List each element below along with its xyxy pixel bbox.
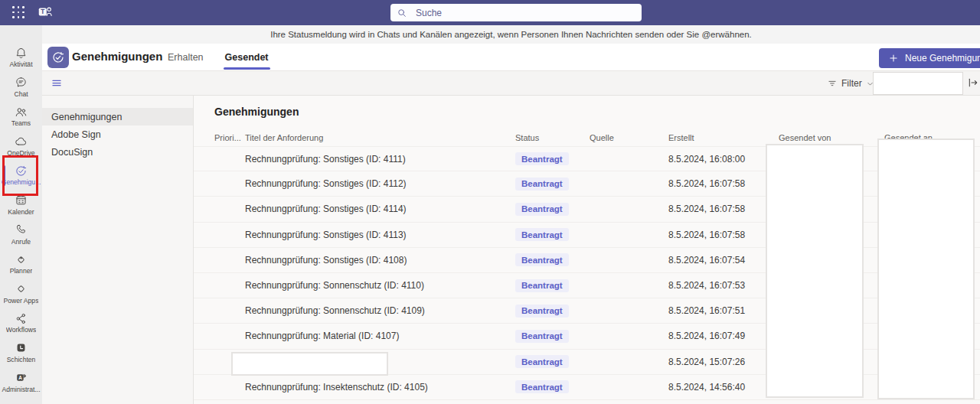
cell-title: Rechnungprüfung: Sonnenschutz (ID: 4110) bbox=[245, 280, 515, 291]
redaction-box-search-field bbox=[873, 72, 963, 95]
annotation-red-box bbox=[2, 155, 38, 196]
rail-item-schichten[interactable]: Schichten bbox=[0, 341, 42, 371]
rail-item-aktivität[interactable]: Aktivität bbox=[0, 46, 42, 76]
teams-logo-icon: T bbox=[37, 4, 54, 21]
cell-erstellt: 8.5.2024, 16:07:58 bbox=[668, 178, 779, 189]
column-header: Priori... bbox=[214, 133, 245, 142]
rail-item-label: Planner bbox=[10, 267, 33, 275]
sidenav-item-docusign[interactable]: DocuSign bbox=[42, 143, 193, 161]
column-header: Titel der Anforderung bbox=[245, 133, 515, 142]
rail-item-kalender[interactable]: Kalender bbox=[0, 194, 42, 223]
rail-item-planner[interactable]: Planner bbox=[0, 252, 42, 282]
search-icon bbox=[397, 8, 407, 18]
rail-item-administrat[interactable]: AAdministrat... bbox=[0, 371, 42, 401]
column-header: Gesendet von bbox=[779, 133, 884, 142]
table-section-title: Genehmigungen bbox=[214, 106, 299, 118]
cell-title: Rechnungprüfung: Insektenschutz (ID: 410… bbox=[245, 382, 515, 393]
open-details-pane-icon[interactable] bbox=[967, 77, 979, 89]
status-badge: Beantragt bbox=[515, 355, 569, 368]
power-apps-icon bbox=[15, 282, 28, 295]
filter-label: Filter bbox=[841, 78, 862, 89]
cell-title: Rechnungprüfung: Sonstiges (ID: 4113) bbox=[245, 230, 515, 240]
rail-item-label: Aktivität bbox=[9, 60, 32, 68]
filter-button[interactable]: Filter bbox=[827, 71, 874, 96]
status-badge: Beantragt bbox=[515, 203, 569, 216]
cell-title: Rechnungprüfung: Sonstiges (ID: 4114) bbox=[245, 204, 515, 214]
cell-status: Beantragt bbox=[515, 228, 590, 241]
status-badge: Beantragt bbox=[515, 228, 569, 241]
cell-erstellt: 8.5.2024, 14:56:40 bbox=[668, 382, 779, 393]
search-box[interactable] bbox=[390, 4, 642, 21]
column-header: Erstellt bbox=[668, 133, 779, 142]
redaction-box-row-title bbox=[231, 352, 388, 376]
svg-text:T: T bbox=[41, 8, 44, 15]
app-launcher-waffle-icon[interactable] bbox=[12, 6, 25, 19]
cell-erstellt: 8.5.2024, 16:07:49 bbox=[668, 331, 779, 341]
planner-icon bbox=[15, 253, 28, 266]
rail-item-power-apps[interactable]: Power Apps bbox=[0, 282, 42, 312]
rail-item-label: Teams bbox=[11, 119, 31, 127]
cell-status: Beantragt bbox=[515, 203, 590, 216]
app-rail: AktivitätChatTeamsOneDriveGenehmigu...Ka… bbox=[0, 25, 42, 404]
workflows-icon bbox=[15, 312, 28, 325]
rail-item-teams[interactable]: Teams bbox=[0, 105, 42, 135]
cell-erstellt: 8.5.2024, 16:07:54 bbox=[668, 255, 779, 266]
cell-erstellt: 8.5.2024, 16:07:51 bbox=[668, 305, 779, 316]
collapse-sidenav-hamburger-icon[interactable] bbox=[51, 77, 63, 89]
cell-status: Beantragt bbox=[515, 152, 590, 165]
cell-status: Beantragt bbox=[515, 305, 590, 318]
status-badge: Beantragt bbox=[515, 279, 569, 292]
new-approval-request-button[interactable]: Neue Genehmigungsan bbox=[879, 48, 980, 68]
cell-title: Rechnungprüfung: Sonnenschutz (ID: 4109) bbox=[245, 305, 515, 316]
status-badge: Beantragt bbox=[515, 253, 569, 266]
sidenav-item-adobe-sign[interactable]: Adobe Sign bbox=[42, 125, 193, 143]
header-tabs: ErhaltenGesendet bbox=[157, 44, 279, 71]
cloud-icon bbox=[15, 135, 28, 148]
status-badge: Beantragt bbox=[515, 305, 569, 318]
tab-gesendet[interactable]: Gesendet bbox=[214, 44, 279, 71]
cell-title: Rechnungprüfung: Material (ID: 4107) bbox=[245, 331, 515, 341]
app-header: Genehmigungen ErhaltenGesendet Neue Gene… bbox=[42, 44, 980, 71]
rail-item-label: Kalender bbox=[8, 208, 34, 216]
teams-window: T Ihre Statusmeldung wird in Chats und K… bbox=[0, 0, 980, 404]
rail-item-workflows[interactable]: Workflows bbox=[0, 311, 42, 341]
rail-item-chat[interactable]: Chat bbox=[0, 76, 42, 106]
page-title: Genehmigungen bbox=[72, 50, 162, 63]
status-badge: Beantragt bbox=[515, 152, 569, 165]
column-header: Quelle bbox=[590, 133, 668, 142]
cell-erstellt: 8.5.2024, 16:07:58 bbox=[668, 230, 779, 240]
rail-item-label: Power Apps bbox=[4, 297, 39, 305]
cell-status: Beantragt bbox=[515, 380, 590, 393]
cell-status: Beantragt bbox=[515, 330, 590, 343]
approvals-sidenav: GenehmigungenAdobe SignDocuSign bbox=[42, 96, 194, 404]
sidenav-item-genehmigungen[interactable]: Genehmigungen bbox=[42, 108, 193, 125]
people-icon bbox=[15, 106, 28, 119]
search-input[interactable] bbox=[414, 7, 635, 19]
cell-title: Rechnungprüfung: Sonstiges (ID: 4111) bbox=[245, 154, 515, 165]
rail-item-label: Anrufe bbox=[11, 238, 31, 246]
cell-status: Beantragt bbox=[515, 355, 590, 368]
redaction-box-gesendet-an bbox=[877, 138, 975, 399]
column-header: Status bbox=[515, 133, 590, 142]
phone-icon bbox=[15, 223, 28, 236]
svg-text:A: A bbox=[18, 375, 22, 380]
status-badge: Beantragt bbox=[515, 380, 569, 393]
bell-icon bbox=[15, 47, 28, 60]
status-message-banner: Ihre Statusmeldung wird in Chats und Kan… bbox=[42, 25, 980, 44]
cell-title: Rechnungprüfung: Sonstiges (ID: 4108) bbox=[245, 255, 515, 266]
rail-item-label: Chat bbox=[14, 90, 28, 98]
redaction-box-gesendet-von bbox=[766, 144, 864, 398]
status-badge: Beantragt bbox=[515, 178, 569, 191]
rail-item-label: Administrat... bbox=[2, 386, 40, 393]
cell-title: Rechnungprüfung: Sonstiges (ID: 4112) bbox=[245, 178, 515, 189]
approvals-app-icon bbox=[47, 47, 69, 68]
shifts-icon bbox=[15, 341, 28, 354]
plus-icon bbox=[888, 53, 899, 64]
tab-erhalten[interactable]: Erhalten bbox=[157, 44, 214, 71]
cell-erstellt: 8.5.2024, 16:07:53 bbox=[668, 280, 779, 291]
status-badge: Beantragt bbox=[515, 330, 569, 343]
calendar-icon bbox=[15, 194, 28, 207]
top-bar: T bbox=[0, 0, 980, 25]
cell-status: Beantragt bbox=[515, 253, 590, 266]
rail-item-anrufe[interactable]: Anrufe bbox=[0, 223, 42, 253]
